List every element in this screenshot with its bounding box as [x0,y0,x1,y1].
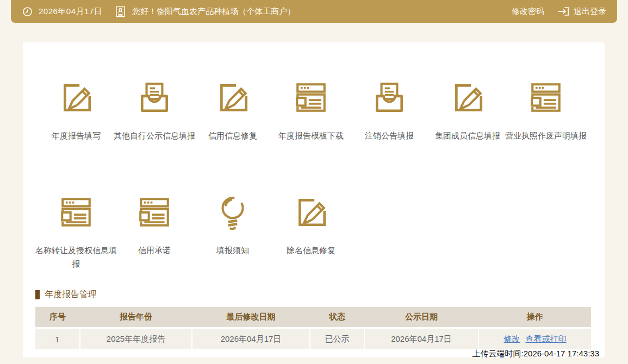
menu-item-other-self-publicity[interactable]: 其他自行公示信息填报 [115,79,194,143]
menu-item-label: 填报须知 [191,244,275,258]
menu-item-credit-repair[interactable]: 信用信息修复 [194,79,272,143]
menu-item-label: 集团成员信息填报 [426,129,509,143]
col-header-report-year: 报告年份 [80,307,192,328]
menu-row-2: 名称转让及授权信息填报 信用承诺 填报须知 除名信息修复 [23,143,605,271]
webpage-form-icon [528,79,564,115]
table-row: 1 2025年年度报告 2026年04月17日 已公示 2026年04月17日 … [35,328,591,349]
business-license-icon [115,5,126,18]
user-greeting: 您好！饶阳气血农产品种植场（个体工商户） [132,7,295,17]
main-panel: 年度报告填写 其他自行公示信息填报 信用信息修复 年度报告模板下载 注销公告填报… [23,42,605,357]
cell-publish-date: 2026年04月17日 [364,328,478,349]
col-header-seq: 序号 [35,307,80,328]
cell-report-year: 2025年年度报告 [80,328,192,349]
edit-pencil-icon [450,79,486,115]
top-bar: 2026年04月17日 您好！饶阳气血农产品种植场（个体工商户） 修改密码 退出… [11,0,617,23]
edit-pencil-icon [58,79,94,115]
lightbulb-icon [215,194,251,230]
webpage-form-icon [136,194,172,230]
section-title-text: 年度报告管理 [45,289,97,300]
change-password-link[interactable]: 修改密码 [512,7,544,17]
current-date: 2026年04月17日 [39,7,102,17]
col-header-last-modified: 最后修改日期 [192,307,310,328]
menu-item-label: 注销公告填报 [347,129,431,143]
menu-item-annual-report-fill[interactable]: 年度报告填写 [37,79,115,143]
cell-last-modified: 2026年04月17日 [192,328,310,349]
cell-status: 已公示 [310,328,364,349]
menu-item-label: 其他自行公示信息填报 [113,129,196,143]
cell-seq: 1 [35,328,80,349]
menu-item-label: 名称转让及授权信息填报 [34,244,118,271]
title-marker [35,290,40,299]
webpage-form-icon [58,194,94,230]
menu-item-label: 年度报告模板下载 [269,129,353,143]
edit-pencil-icon [215,79,251,115]
menu-item-group-member-info[interactable]: 集团成员信息填报 [428,79,507,143]
menu-item-annual-report-template-download[interactable]: 年度报告模板下载 [272,79,350,143]
inbox-document-icon [371,79,407,115]
col-header-actions: 操作 [478,307,591,328]
menu-row-1: 年度报告填写 其他自行公示信息填报 信用信息修复 年度报告模板下载 注销公告填报… [23,42,605,143]
menu-item-label: 年度报告填写 [34,129,118,143]
menu-item-cancellation-announcement[interactable]: 注销公告填报 [350,79,428,143]
menu-item-label: 除名信息修复 [269,244,353,258]
upload-cloud-time: 上传云端时间:2026-04-17 17:43:33 [472,349,599,359]
col-header-publish-date: 公示日期 [364,307,478,328]
menu-item-label: 营业执照作废声明填报 [504,129,588,143]
cell-actions: 修改查看或打印 [478,328,591,349]
annual-report-table: 序号 报告年份 最后修改日期 状态 公示日期 操作 1 2025年年度报告 20… [35,307,591,349]
menu-item-credit-commitment[interactable]: 信用承诺 [115,194,194,271]
webpage-form-icon [293,79,329,115]
logout-icon[interactable] [556,5,569,18]
annual-report-section-title: 年度报告管理 [35,289,605,300]
edit-pencil-icon [293,194,329,230]
inbox-document-icon [136,79,172,115]
menu-item-license-invalidation-statement[interactable]: 营业执照作废声明填报 [507,79,585,143]
clock-icon [22,6,33,17]
col-header-status: 状态 [310,307,364,328]
logout-link[interactable]: 退出登录 [574,7,606,17]
menu-item-removal-info-repair[interactable]: 除名信息修复 [272,194,350,271]
menu-item-name-transfer-authorization[interactable]: 名称转让及授权信息填报 [37,194,115,271]
view-print-link[interactable]: 查看或打印 [526,334,567,343]
menu-item-label: 信用承诺 [113,244,196,258]
menu-item-label: 信用信息修复 [191,129,275,143]
table-header-row: 序号 报告年份 最后修改日期 状态 公示日期 操作 [35,307,591,328]
edit-report-link[interactable]: 修改 [504,334,520,343]
menu-item-filing-instructions[interactable]: 填报须知 [194,194,272,271]
